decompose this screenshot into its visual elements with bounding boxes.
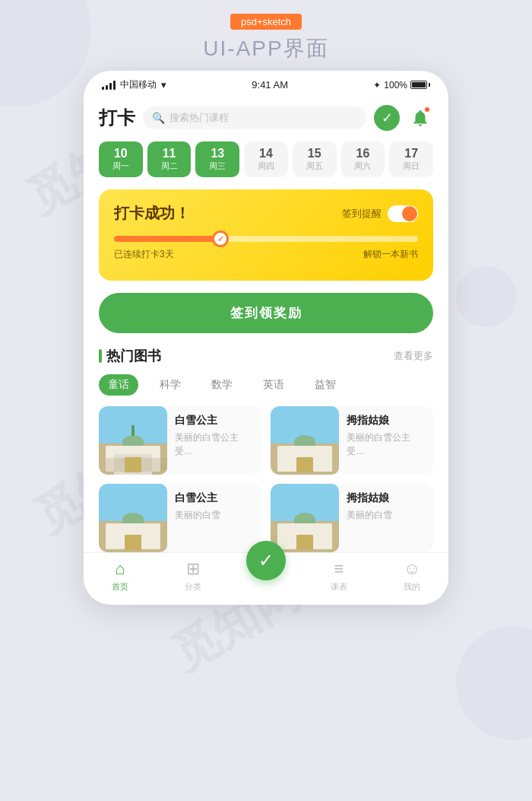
- book-card-1[interactable]: 白雪公主 美丽的白雪公主受…: [99, 406, 261, 475]
- book-info-4: 拇指姑娘 美丽的白雪: [347, 484, 433, 529]
- progress-section: ✓ 已连续打卡3天 解锁一本新书: [114, 236, 418, 261]
- status-bar: 中国移动 ▾ 9:41 AM ✦ 100%: [84, 71, 448, 96]
- profile-icon: ☺: [404, 559, 420, 579]
- book-image-3: [99, 484, 167, 552]
- cal-num-fri: 15: [308, 147, 321, 161]
- nav-category-label: 分类: [185, 581, 201, 593]
- cal-num-mon: 10: [114, 147, 128, 161]
- nav-home[interactable]: ⌂ 首页: [84, 559, 157, 593]
- battery-label: 100%: [384, 80, 407, 91]
- wifi-icon: ▾: [161, 79, 166, 91]
- cat-tab-math[interactable]: 数学: [202, 374, 242, 396]
- bottom-nav: ⌂ 首页 ⊞ 分类 ✓ ≡ 课表 ☺ 我的: [84, 552, 448, 605]
- reminder-row: 签到提醒: [342, 205, 418, 222]
- checkin-card: 打卡成功！ 签到提醒 ✓ 已连续: [99, 189, 433, 281]
- section-accent: [99, 349, 102, 363]
- book-info-1: 白雪公主 美丽的白雪公主受…: [175, 406, 261, 466]
- nav-checkin-center[interactable]: ✓: [230, 559, 302, 593]
- book-image-1: [99, 406, 167, 475]
- book-info-2: 拇指姑娘 美丽的白雪公主受…: [347, 406, 433, 466]
- cal-num-sun: 17: [404, 147, 418, 161]
- progress-left-label: 已连续打卡3天: [114, 248, 174, 261]
- reminder-toggle[interactable]: [388, 205, 418, 222]
- cal-label-sat: 周六: [354, 161, 371, 172]
- cal-num-sat: 16: [356, 147, 370, 161]
- carrier-label: 中国移动: [120, 78, 157, 91]
- progress-fill: ✓: [114, 236, 220, 242]
- search-icon: 🔍: [152, 112, 165, 124]
- center-check-icon: ✓: [258, 550, 274, 571]
- status-right: ✦ 100%: [373, 80, 430, 91]
- cat-tab-puzzle[interactable]: 益智: [306, 374, 345, 396]
- status-left: 中国移动 ▾: [102, 78, 166, 91]
- battery-icon: [410, 81, 430, 89]
- section-title: 热门图书: [106, 347, 161, 365]
- signin-button[interactable]: 签到领奖励: [99, 293, 433, 333]
- calendar-strip: 10 周一 11 周二 13 周三 14 周四 15 周五 16 周六: [99, 141, 433, 177]
- page-header: psd+sketch UI-APP界面: [0, 0, 532, 71]
- bell-button[interactable]: [407, 105, 433, 131]
- cal-num-tue: 11: [163, 147, 176, 161]
- checkin-top-row: 打卡成功！ 签到提醒: [114, 203, 418, 224]
- book-info-3: 白雪公主 美丽的白雪: [175, 484, 261, 529]
- nav-profile[interactable]: ☺ 我的: [375, 559, 448, 593]
- cal-day-tue[interactable]: 11 周二: [147, 141, 192, 177]
- book-card-3[interactable]: 白雪公主 美丽的白雪: [99, 484, 261, 552]
- book-image-4: [271, 484, 339, 552]
- search-bar[interactable]: 🔍 搜索热门课程: [143, 106, 366, 129]
- cat-tab-fairytale[interactable]: 童话: [99, 374, 138, 396]
- nav-schedule-label: 课表: [331, 581, 347, 593]
- toggle-knob: [402, 206, 417, 221]
- cal-num-thu: 14: [259, 147, 273, 161]
- nav-category[interactable]: ⊞ 分类: [157, 559, 230, 593]
- search-placeholder: 搜索热门课程: [169, 111, 229, 125]
- book-card-2[interactable]: 拇指姑娘 美丽的白雪公主受…: [271, 406, 433, 475]
- book-desc-4: 美丽的白雪: [347, 508, 427, 522]
- book-grid: 白雪公主 美丽的白雪公主受… 拇指姑娘 美丽的白雪公主受…: [99, 406, 433, 552]
- see-more-link[interactable]: 查看更多: [394, 349, 433, 363]
- section-title-row: 热门图书: [99, 347, 161, 365]
- book-thumb-2: [271, 406, 339, 475]
- cal-day-thu[interactable]: 14 周四: [244, 141, 288, 177]
- time-display: 9:41 AM: [252, 79, 288, 91]
- progress-check-icon: ✓: [217, 234, 224, 244]
- book-image-2: [271, 406, 339, 475]
- cat-tab-english[interactable]: 英语: [254, 374, 293, 396]
- progress-track: ✓: [114, 236, 418, 242]
- book-thumb-4: [271, 484, 339, 552]
- cal-label-tue: 周二: [161, 161, 178, 172]
- book-card-4[interactable]: 拇指姑娘 美丽的白雪: [271, 484, 433, 552]
- book-thumb-3: [99, 484, 167, 552]
- cal-day-fri[interactable]: 15 周五: [293, 141, 337, 177]
- center-checkin-button[interactable]: ✓: [246, 541, 286, 580]
- book-title-2: 拇指姑娘: [347, 414, 427, 428]
- cal-day-wed[interactable]: 13 周三: [195, 141, 239, 177]
- nav-schedule[interactable]: ≡ 课表: [302, 559, 375, 593]
- home-icon: ⌂: [115, 559, 125, 579]
- page-title: UI-APP界面: [0, 34, 532, 63]
- bg-circle-3: [456, 266, 517, 327]
- cal-day-sat[interactable]: 16 周六: [341, 141, 385, 177]
- book-title-4: 拇指姑娘: [347, 491, 427, 505]
- checkin-title: 打卡成功！: [114, 203, 190, 224]
- check-circle-button[interactable]: ✓: [374, 105, 400, 131]
- bluetooth-icon: ✦: [373, 80, 381, 91]
- book-desc-2: 美丽的白雪公主受…: [347, 431, 427, 458]
- cal-day-sun[interactable]: 17 周日: [389, 141, 433, 177]
- section-header: 热门图书 查看更多: [99, 347, 433, 365]
- bg-circle-2: [456, 626, 532, 740]
- progress-labels: 已连续打卡3天 解锁一本新书: [114, 248, 418, 261]
- book-thumb-1: [99, 406, 167, 475]
- cal-label-fri: 周五: [306, 161, 323, 172]
- top-row: 打卡 🔍 搜索热门课程 ✓: [99, 105, 433, 131]
- book-title-1: 白雪公主: [175, 414, 255, 428]
- app-content: 打卡 🔍 搜索热门课程 ✓ 10 周一 11 周二: [84, 105, 448, 552]
- book-title-3: 白雪公主: [175, 491, 255, 505]
- cal-day-mon[interactable]: 10 周一: [99, 141, 143, 177]
- progress-right-label: 解锁一本新书: [363, 248, 418, 261]
- book-desc-1: 美丽的白雪公主受…: [175, 431, 255, 458]
- cal-label-wed: 周三: [209, 161, 226, 172]
- cat-tab-science[interactable]: 科学: [150, 374, 190, 396]
- schedule-icon: ≡: [334, 559, 344, 579]
- phone-frame: 中国移动 ▾ 9:41 AM ✦ 100% 打卡 🔍 搜索热门课程 ✓: [84, 71, 448, 605]
